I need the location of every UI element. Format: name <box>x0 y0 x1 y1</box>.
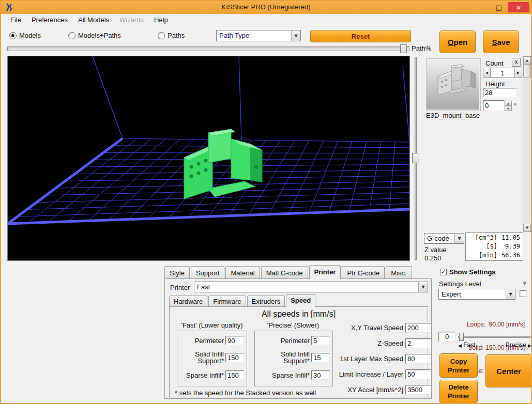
copy-printer-line1: Copy <box>450 357 467 366</box>
cost-value: 9.39 <box>500 242 520 251</box>
summary-loops: Loops: 90.00 [mm/s] <box>438 321 525 329</box>
menu-file[interactable]: File <box>5 14 26 25</box>
fast-perimeter-field[interactable]: 90 <box>225 336 244 345</box>
fast-solid-infill-field[interactable]: 150 <box>225 353 244 362</box>
models-scrollbar-thumb[interactable] <box>523 64 531 77</box>
menu-preferences[interactable]: Preferences <box>26 14 73 25</box>
subtab-extruders[interactable]: Extruders <box>247 296 285 307</box>
dropdown-arrow-icon[interactable]: ▼ <box>291 30 300 41</box>
minimize-button[interactable]: – <box>475 2 490 12</box>
window-title: KISSlicer PRO (Unregistered) <box>1 3 531 11</box>
settings-level-dropdown[interactable]: Expert ▼ <box>438 289 515 300</box>
settings-level-label: Settings Level <box>439 280 481 288</box>
open-button-label: Open <box>448 38 467 46</box>
fast-sparse-infill-field[interactable]: 150 <box>225 370 244 380</box>
path-slider-thumb[interactable] <box>400 44 407 53</box>
rotation-down-icon[interactable]: ▼ <box>505 106 512 111</box>
tab-ptr-gcode[interactable]: Ptr G-code <box>342 266 385 279</box>
path-slider[interactable] <box>7 46 409 51</box>
models-scrollbar[interactable]: ▲ ▼ <box>523 56 531 232</box>
height-field[interactable]: 28 <box>483 88 517 97</box>
gcode-row: G-code ▼ Z value 0.250 [cm^3] 11.05 [$] … <box>423 232 532 262</box>
reset-button[interactable]: Reset <box>310 30 411 42</box>
save-button-label: Save <box>492 38 510 46</box>
tradeoff-value-field[interactable]: 0 <box>438 332 455 341</box>
estimate-cost: [$] 9.39 <box>466 242 523 251</box>
model-close-button[interactable]: X <box>512 58 521 67</box>
count-spinner: ◀ 1 ▶ <box>483 68 522 78</box>
speed-footnote: * sets the speed for the Stacked version… <box>175 389 316 397</box>
menu-help[interactable]: Help <box>149 14 173 25</box>
subtab-speed[interactable]: Speed <box>286 294 315 307</box>
save-button[interactable]: Save <box>483 30 519 53</box>
path-type-value: Path Type <box>217 30 291 41</box>
rotation-up-icon[interactable]: ▲ <box>505 101 512 106</box>
count-increment-icon[interactable]: ▶ <box>514 68 522 78</box>
model-name-label[interactable]: E3D_mount_base <box>426 112 480 119</box>
delete-printer-button[interactable]: Delete Printer <box>439 380 478 403</box>
path-type-dropdown[interactable]: Path Type ▼ <box>216 30 301 41</box>
viewport-3d[interactable] <box>7 56 410 261</box>
scroll-up-icon[interactable]: ▲ <box>523 56 531 64</box>
settings-collapse-icon[interactable]: ▼ <box>523 281 527 286</box>
close-button[interactable]: × <box>508 2 529 12</box>
tab-material[interactable]: Material <box>225 266 260 279</box>
count-field[interactable]: 1 <box>491 68 514 78</box>
path-percent-label: Path% <box>412 44 431 52</box>
estimate-box: [cm^3] 11.05 [$] 9.39 [min] 56.36 <box>465 232 523 261</box>
show-settings-checkbox[interactable]: ✓ Show Settings <box>440 268 496 276</box>
viewport-scene <box>8 56 409 260</box>
subtab-hardware[interactable]: Hardware <box>169 296 207 307</box>
settings-extra-checkbox[interactable] <box>520 290 526 297</box>
first-layer-speed-label: 1st Layer Max Speed <box>340 355 403 363</box>
first-layer-speed-row: 1st Layer Max Speed 80 <box>288 354 431 364</box>
tradeoff-slider[interactable]: ◀ Fast Precise ▶ <box>458 332 531 350</box>
center-button[interactable]: Center <box>485 354 532 387</box>
radio-models[interactable]: Models <box>9 32 41 39</box>
menu-all-models[interactable]: All Models <box>73 14 114 25</box>
show-settings-label: Show Settings <box>449 268 496 276</box>
tab-misc[interactable]: Misc. <box>386 266 412 279</box>
subtab-firmware[interactable]: Firmware <box>208 296 246 307</box>
z-speed-field[interactable]: 2 <box>405 338 431 348</box>
maximize-button[interactable]: □ <box>491 2 507 12</box>
zoom-slider[interactable] <box>412 56 420 261</box>
radio-unselected-icon <box>68 32 75 39</box>
tab-printer[interactable]: Printer <box>309 265 341 279</box>
travel-speed-field[interactable]: 200 <box>405 323 431 333</box>
dropdown-arrow-icon[interactable]: ▼ <box>454 234 464 243</box>
open-button[interactable]: Open <box>439 30 476 53</box>
count-decrement-icon[interactable]: ◀ <box>483 68 491 78</box>
rotation-field[interactable]: 0 <box>483 100 505 111</box>
gcode-dropdown[interactable]: G-code ▼ <box>424 233 464 244</box>
tradeoff-slider-track[interactable] <box>458 336 530 338</box>
scroll-down-icon[interactable]: ▼ <box>523 224 531 231</box>
radio-paths[interactable]: Paths <box>158 32 185 39</box>
speed-header: All speeds in [mm/s] <box>170 309 428 319</box>
time-value: 56.36 <box>500 251 520 260</box>
rotation-control: 0 ▲ ▼ ° <box>483 100 516 111</box>
limit-increase-field[interactable]: 50 <box>405 369 431 379</box>
model-thumbnail[interactable] <box>426 58 481 111</box>
rotation-spinner: ▲ ▼ <box>505 101 512 111</box>
dropdown-arrow-icon[interactable]: ▼ <box>506 289 515 299</box>
tradeoff-slider-thumb[interactable] <box>459 333 464 341</box>
z-speed-label: Z-Speed <box>377 339 403 347</box>
menu-wizards: Wizards <box>114 14 149 25</box>
count-label: Count <box>485 59 504 67</box>
radio-models-label: Models <box>19 32 41 39</box>
time-unit: [min] <box>479 251 497 260</box>
gcode-value: G-code <box>424 234 454 243</box>
tab-support[interactable]: Support <box>191 266 225 279</box>
tab-matl-gcode[interactable]: Matl G-code <box>261 266 308 279</box>
tab-style[interactable]: Style <box>164 266 190 279</box>
radio-models-paths[interactable]: Models+Paths <box>68 32 121 39</box>
first-layer-speed-field[interactable]: 80 <box>405 354 431 364</box>
xy-accel-field[interactable]: 3500 <box>405 385 431 395</box>
printer-dropdown[interactable]: Fast ▼ <box>194 282 428 292</box>
dropdown-arrow-icon[interactable]: ▼ <box>418 282 428 292</box>
speed-panel: All speeds in [mm/s] 'Fast' (Lower quali… <box>169 306 428 397</box>
zoom-slider-thumb[interactable] <box>412 153 419 163</box>
copy-printer-button[interactable]: Copy Printer <box>439 353 478 378</box>
fast-group-title: 'Fast' (Lower quality) <box>174 321 250 329</box>
